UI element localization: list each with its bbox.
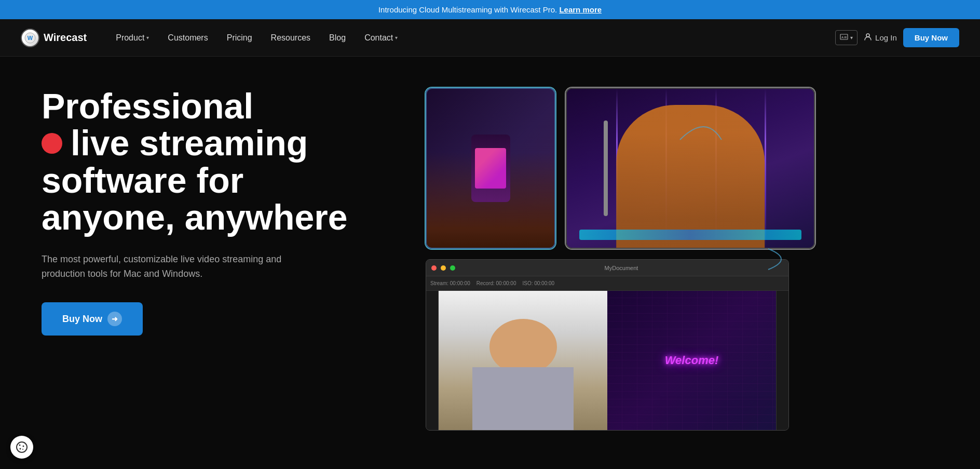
software-bottom-bar: Cut bbox=[426, 430, 788, 431]
iso-label: ISO: 00:00:00 bbox=[522, 280, 554, 286]
nav-contact[interactable]: Contact ▾ bbox=[356, 29, 406, 47]
logo-wordmark: Wirecast bbox=[44, 32, 87, 44]
mic-stand-icon bbox=[604, 120, 608, 216]
product-chevron-icon: ▾ bbox=[146, 35, 149, 41]
software-main: Welcome! bbox=[439, 291, 776, 430]
phone-screen bbox=[471, 135, 510, 202]
software-toolbar: Stream: 00:00:00 Record: 00:00:00 ISO: 0… bbox=[426, 276, 788, 291]
software-sidebar-left bbox=[426, 291, 439, 430]
svg-point-6 bbox=[19, 445, 21, 446]
nav-right: A R ▾ Log In Buy Now bbox=[835, 28, 959, 47]
svg-point-8 bbox=[20, 448, 21, 450]
lang-icon: A R bbox=[840, 33, 848, 43]
banner-text: Introducing Cloud Multistreaming with Wi… bbox=[378, 5, 557, 14]
video-preview-left bbox=[439, 291, 607, 430]
hero-section: Professional live streaming software for… bbox=[0, 57, 980, 462]
svg-text:A R: A R bbox=[841, 36, 847, 39]
main-nav: W Wirecast Product ▾ Customers Pricing R… bbox=[0, 19, 980, 57]
phone-preview-card bbox=[426, 88, 555, 249]
hero-title: Professional live streaming software for… bbox=[42, 88, 384, 236]
stream-label: Stream: 00:00:00 bbox=[430, 280, 470, 286]
software-titlebar: MyDocument bbox=[426, 260, 788, 276]
minimize-dot bbox=[441, 265, 446, 271]
svg-point-7 bbox=[23, 446, 24, 447]
nav-product[interactable]: Product ▾ bbox=[107, 29, 157, 47]
video-preview-right: Welcome! bbox=[607, 291, 776, 430]
cookie-consent-icon[interactable] bbox=[10, 436, 33, 459]
nav-links: Product ▾ Customers Pricing Resources Bl… bbox=[107, 29, 835, 47]
streamer-preview-card bbox=[566, 88, 815, 249]
hero-subtitle: The most powerful, customizable live vid… bbox=[42, 252, 311, 282]
nav-resources[interactable]: Resources bbox=[263, 29, 319, 47]
logo-icon: W bbox=[21, 29, 39, 47]
maximize-dot bbox=[450, 265, 455, 271]
banner-link[interactable]: Learn more bbox=[559, 5, 602, 14]
arrow-right-icon: ➜ bbox=[107, 312, 122, 326]
record-label: Record: 00:00:00 bbox=[477, 280, 516, 286]
svg-text:W: W bbox=[28, 35, 33, 41]
svg-point-4 bbox=[866, 34, 869, 37]
preview-person bbox=[439, 291, 607, 430]
hero-buy-button[interactable]: Buy Now ➜ bbox=[42, 302, 143, 336]
nav-customers[interactable]: Customers bbox=[159, 29, 216, 47]
nav-blog[interactable]: Blog bbox=[321, 29, 354, 47]
welcome-text: Welcome! bbox=[665, 354, 719, 367]
nav-buy-button[interactable]: Buy Now bbox=[903, 28, 959, 47]
svg-point-9 bbox=[22, 449, 23, 450]
login-button[interactable]: Log In bbox=[864, 33, 897, 43]
close-dot bbox=[431, 265, 437, 271]
contact-chevron-icon: ▾ bbox=[395, 35, 398, 41]
logo-link[interactable]: W Wirecast bbox=[21, 29, 87, 47]
nav-pricing[interactable]: Pricing bbox=[219, 29, 261, 47]
hero-images: MyDocument Stream: 00:00:00 Record: 00:0… bbox=[405, 88, 938, 441]
chevron-down-icon: ▾ bbox=[850, 35, 853, 41]
svg-point-5 bbox=[17, 442, 27, 452]
software-ui-card: MyDocument Stream: 00:00:00 Record: 00:0… bbox=[426, 259, 789, 431]
person-icon bbox=[864, 33, 872, 43]
software-sidebar-right bbox=[776, 291, 788, 430]
streamer-figure bbox=[616, 105, 765, 248]
software-content: Welcome! bbox=[426, 291, 788, 430]
announcement-banner: Introducing Cloud Multistreaming with Wi… bbox=[0, 0, 980, 19]
software-title: MyDocument bbox=[459, 265, 783, 271]
language-switcher[interactable]: A R ▾ bbox=[835, 30, 857, 45]
keyboard-glow bbox=[579, 230, 801, 240]
hero-content: Professional live streaming software for… bbox=[42, 88, 405, 441]
red-dot-icon bbox=[42, 133, 62, 154]
